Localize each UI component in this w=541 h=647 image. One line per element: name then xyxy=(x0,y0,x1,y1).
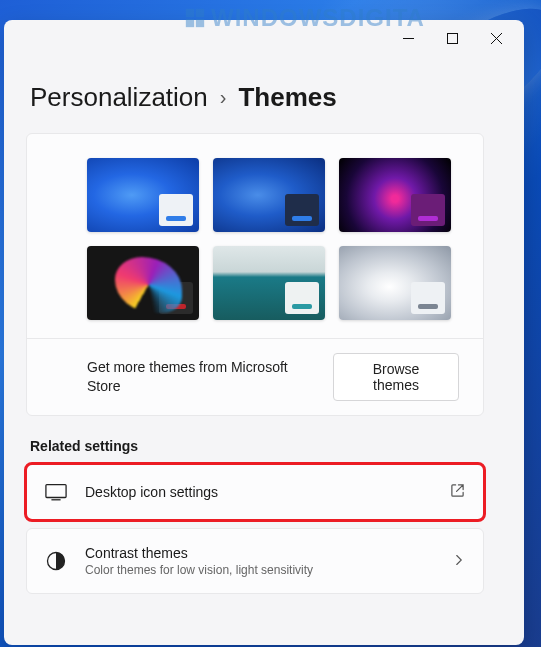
row-title: Desktop icon settings xyxy=(85,484,432,500)
theme-preview-overlay xyxy=(159,282,193,314)
row-title: Contrast themes xyxy=(85,545,435,561)
svg-rect-0 xyxy=(186,9,194,17)
minimize-icon xyxy=(403,33,414,44)
breadcrumb: Personalization › Themes xyxy=(30,82,504,113)
browse-themes-button[interactable]: Browse themes xyxy=(333,353,459,401)
store-row: Get more themes from Microsoft Store Bro… xyxy=(27,338,483,415)
theme-preview-overlay xyxy=(159,194,193,226)
external-link-icon xyxy=(450,483,465,502)
minimize-button[interactable] xyxy=(386,24,430,52)
chevron-right-icon: › xyxy=(220,86,227,109)
theme-sunrise[interactable] xyxy=(213,246,325,320)
theme-windows-dark[interactable] xyxy=(213,158,325,232)
close-icon xyxy=(491,33,502,44)
theme-preview-overlay xyxy=(285,194,319,226)
store-text: Get more themes from Microsoft Store xyxy=(87,358,317,396)
contrast-icon xyxy=(45,550,67,572)
maximize-icon xyxy=(447,33,458,44)
svg-rect-4 xyxy=(447,33,457,43)
theme-preview-overlay xyxy=(411,194,445,226)
related-settings-heading: Related settings xyxy=(30,438,484,454)
theme-flow[interactable] xyxy=(339,246,451,320)
chevron-right-icon xyxy=(453,552,465,570)
titlebar xyxy=(4,20,524,56)
theme-glow[interactable] xyxy=(339,158,451,232)
svg-rect-1 xyxy=(196,9,204,17)
settings-window: Personalization › Themes xyxy=(4,20,524,645)
theme-captured-motion[interactable] xyxy=(87,246,199,320)
row-subtitle: Color themes for low vision, light sensi… xyxy=(85,563,435,577)
theme-preview-overlay xyxy=(285,282,319,314)
theme-preview-overlay xyxy=(411,282,445,314)
page-title: Themes xyxy=(238,82,336,113)
maximize-button[interactable] xyxy=(430,24,474,52)
close-button[interactable] xyxy=(474,24,518,52)
themes-card: Get more themes from Microsoft Store Bro… xyxy=(26,133,484,416)
themes-grid xyxy=(27,134,483,338)
theme-windows-light[interactable] xyxy=(87,158,199,232)
svg-rect-5 xyxy=(46,485,66,498)
desktop-icon-settings-row[interactable]: Desktop icon settings xyxy=(26,464,484,520)
monitor-icon xyxy=(45,481,67,503)
contrast-themes-row[interactable]: Contrast themes Color themes for low vis… xyxy=(26,528,484,594)
breadcrumb-parent[interactable]: Personalization xyxy=(30,82,208,113)
